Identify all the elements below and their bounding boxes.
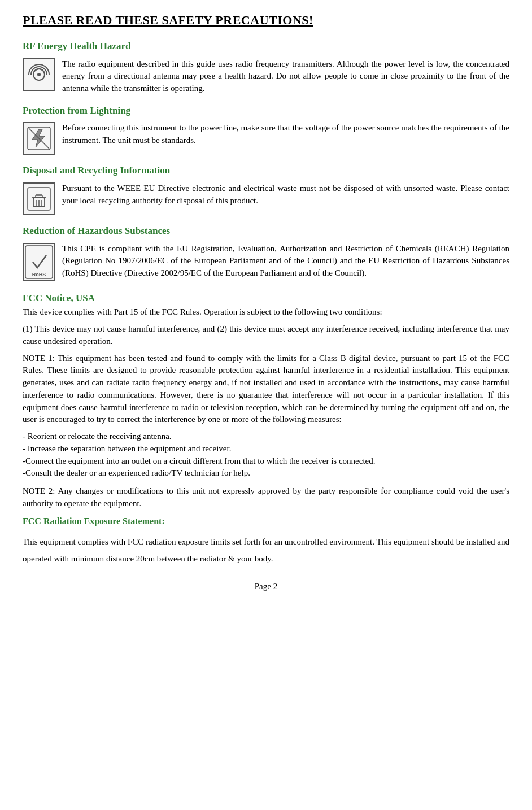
note1-block: NOTE 1: This equipment has been tested a… bbox=[23, 352, 509, 426]
page-number: Page 2 bbox=[23, 581, 509, 593]
radiation-block: FCC Radiation Exposure Statement: This e… bbox=[23, 515, 509, 568]
measure-2: - Increase the separation between the eq… bbox=[23, 443, 509, 455]
measure-3: -Connect the equipment into an outlet on… bbox=[23, 455, 509, 468]
radiation-text: This equipment complies with FCC radiati… bbox=[23, 533, 509, 567]
svg-point-1 bbox=[37, 73, 41, 76]
radiation-combined: FCC Radiation Exposure Statement: bbox=[23, 515, 509, 528]
rf-energy-heading: RF Energy Health Hazard bbox=[23, 40, 509, 54]
main-title: PLEASE READ THESE SAFETY PRECAUTIONS! bbox=[23, 11, 509, 29]
lightning-icon bbox=[27, 126, 51, 151]
measure-1: - Reorient or relocate the receiving ant… bbox=[23, 430, 509, 443]
svg-rect-8 bbox=[36, 195, 42, 198]
disposal-section: Disposal and Recycling Information Pursu… bbox=[23, 164, 509, 215]
note1-content: This equipment has been tested and found… bbox=[23, 354, 509, 424]
disposal-heading: Disposal and Recycling Information bbox=[23, 164, 509, 178]
lightning-section: Protection from Lightning Before connect… bbox=[23, 104, 509, 155]
lightning-icon-box bbox=[23, 122, 55, 155]
note2-block: NOTE 2: Any changes or modifications to … bbox=[23, 485, 509, 510]
rf-icon bbox=[27, 62, 51, 87]
fcc-para1: This device complies with Part 15 of the… bbox=[23, 306, 509, 319]
note1-label: NOTE 1: bbox=[23, 354, 55, 363]
measure-4: -Consult the dealer or an experienced ra… bbox=[23, 467, 509, 480]
fcc-section: FCC Notice, USA This device complies wit… bbox=[23, 291, 509, 348]
note1-text: NOTE 1: This equipment has been tested a… bbox=[23, 352, 509, 426]
rf-energy-section: RF Energy Health Hazard The radio equipm… bbox=[23, 40, 509, 95]
hazardous-text: This CPE is compliant with the EU Regist… bbox=[62, 243, 509, 280]
fcc-para2: (1) This device may not cause harmful in… bbox=[23, 323, 509, 348]
lightning-heading: Protection from Lightning bbox=[23, 104, 509, 118]
measures-block: - Reorient or relocate the receiving ant… bbox=[23, 430, 509, 480]
recycle-icon-box bbox=[23, 182, 55, 215]
fcc-title: FCC Notice, USA bbox=[23, 291, 509, 306]
radiation-title: FCC Radiation Exposure Statement: bbox=[23, 516, 165, 526]
disposal-text: Pursuant to the WEEE EU Directive electr… bbox=[62, 182, 509, 207]
svg-text:RoHS: RoHS bbox=[32, 272, 46, 277]
rf-energy-text: The radio equipment described in this gu… bbox=[62, 58, 509, 95]
rohs-icon-box: RoHS bbox=[23, 243, 55, 281]
rohs-icon: RoHS bbox=[25, 245, 53, 279]
hazardous-section: Reduction of Hazardous Substances RoHS T… bbox=[23, 224, 509, 281]
note2-label: NOTE 2: bbox=[23, 486, 55, 495]
note2-text: NOTE 2: Any changes or modifications to … bbox=[23, 485, 509, 510]
rf-icon-box bbox=[23, 58, 55, 91]
lightning-text: Before connecting this instrument to the… bbox=[62, 122, 509, 147]
recycle-icon bbox=[27, 186, 51, 211]
hazardous-heading: Reduction of Hazardous Substances bbox=[23, 224, 509, 238]
note2-content: Any changes or modifications to this uni… bbox=[23, 486, 509, 508]
